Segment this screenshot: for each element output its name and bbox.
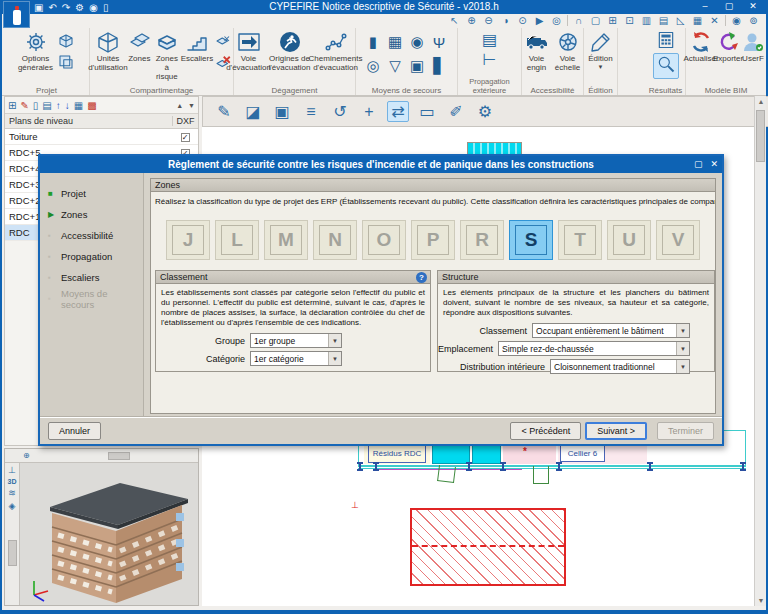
cancel-button[interactable]: Annuler <box>48 422 101 440</box>
grid-icon[interactable]: ▦ <box>74 100 83 111</box>
tile-P[interactable]: P <box>411 220 455 260</box>
zoom-extents-icon[interactable]: ⊙ <box>516 15 529 26</box>
close-button[interactable]: ✕ <box>742 0 764 13</box>
layers-icon[interactable]: ▦ <box>691 15 704 26</box>
close-view-icon[interactable]: ✕ <box>708 15 721 26</box>
origines-evacuation-button[interactable]: Origines de l'évacuation <box>269 30 311 73</box>
move-icon[interactable]: + <box>358 103 380 121</box>
step-propagation[interactable]: ▪Propagation <box>40 246 143 267</box>
web-icon[interactable]: ◉ <box>730 15 743 26</box>
select-icon[interactable]: ↖ <box>448 15 461 26</box>
tile-R[interactable]: R <box>460 220 504 260</box>
unites-utilisation-button[interactable]: Unités d'utilisation <box>90 30 126 81</box>
view-results-button[interactable] <box>653 53 679 79</box>
scroll-up-icon[interactable]: ▲ <box>755 98 767 105</box>
dxf-checkbox[interactable]: ✓ <box>181 133 190 142</box>
print-icon[interactable]: ▤ <box>42 100 51 111</box>
previous-button[interactable]: < Précédent <box>510 422 581 440</box>
invert-icon[interactable]: ⇄ <box>387 101 409 122</box>
viewer3d-hscroll-thumb[interactable] <box>108 452 130 460</box>
categorie-select[interactable]: 1er catégorie▼ <box>250 351 342 366</box>
help-icon[interactable]: ? <box>416 272 427 283</box>
add-icon[interactable]: ⊞ <box>8 100 16 111</box>
redraw-icon[interactable]: ◎ <box>550 15 563 26</box>
dxf-icon[interactable]: ▩ <box>87 100 96 111</box>
snap-icon[interactable]: ∩ <box>572 15 585 26</box>
voie-engin-button[interactable]: Voie engin <box>523 30 551 73</box>
exporter-button[interactable]: Exporter <box>715 30 741 64</box>
minimize-button[interactable]: – <box>694 0 716 13</box>
setsquare-icon[interactable]: ◺ <box>674 15 687 26</box>
project-box-icon[interactable] <box>56 32 76 50</box>
zones-a-risque-button[interactable]: Zones à risque <box>153 30 181 81</box>
step-accessibilite[interactable]: ▪Accessibilité <box>40 225 143 246</box>
actualiser-button[interactable]: Actualiser <box>687 30 715 64</box>
tile-V[interactable]: V <box>656 220 700 260</box>
measure-icon[interactable]: ▭ <box>416 102 438 121</box>
expand-icon[interactable]: ▼ <box>188 102 195 109</box>
pan-icon[interactable]: ▶ <box>533 15 546 26</box>
tile-O[interactable]: O <box>362 220 406 260</box>
voie-echelle-button[interactable]: Voie échelle <box>553 30 583 73</box>
view3d-icon[interactable]: 3D <box>8 478 17 485</box>
groupe-select[interactable]: 1er groupe▼ <box>250 333 342 348</box>
wall-section-icon[interactable]: ⊢ <box>483 52 497 68</box>
scroll-down-icon[interactable]: ▼ <box>755 597 767 604</box>
background-icon[interactable]: ▥ <box>640 15 653 26</box>
move-up-icon[interactable]: ↑ <box>56 100 61 111</box>
tile-S-selected[interactable]: S <box>509 220 553 260</box>
control-panel-icon[interactable]: ▣ <box>410 57 424 75</box>
zoom-3d-icon[interactable]: ⊕ <box>23 451 30 460</box>
copy-icon[interactable]: ▣ <box>271 102 293 121</box>
alarm-panel-icon[interactable]: ▦ <box>388 33 402 51</box>
sprinkler-icon[interactable]: ▽ <box>389 57 401 75</box>
layers-tool-icon[interactable]: ≡ <box>300 103 322 121</box>
level-row-toiture[interactable]: Toiture✓ <box>5 129 198 145</box>
zoom-out-icon[interactable]: ⊖ <box>482 15 495 26</box>
zones-button[interactable]: Zones <box>126 30 153 81</box>
edition-button[interactable]: Édition ▼ <box>586 30 616 70</box>
facade-icon[interactable]: ▤ <box>482 32 497 48</box>
grid-icon[interactable]: ⊞ <box>606 15 619 26</box>
snap-point-icon[interactable]: ⊡ <box>623 15 636 26</box>
userf-button[interactable]: UserF <box>741 30 765 64</box>
tile-T[interactable]: T <box>558 220 602 260</box>
emplacement-select[interactable]: Simple rez-de-chaussée▼ <box>498 341 690 356</box>
tile-N[interactable]: N <box>313 220 357 260</box>
maximize-button[interactable]: ▢ <box>718 0 740 13</box>
structure-classement-select[interactable]: Occupant entièrement le bâtiment▼ <box>532 323 690 338</box>
project-copy-icon[interactable] <box>56 53 76 71</box>
canvas-vertical-scrollbar[interactable]: ▲ ▼ <box>754 96 766 606</box>
next-button[interactable]: Suivant > <box>585 422 647 440</box>
escaliers-button[interactable]: Escaliers <box>181 30 213 81</box>
options-generales-button[interactable]: Options générales <box>18 30 54 73</box>
tile-L[interactable]: L <box>215 220 259 260</box>
ortho-icon[interactable]: ▢ <box>589 15 602 26</box>
axes-icon[interactable]: ⊥ <box>8 465 16 475</box>
scrollbar-thumb[interactable] <box>756 110 765 162</box>
calculator-icon[interactable] <box>655 30 677 50</box>
dialog-maximize-button[interactable]: ▢ <box>694 156 703 173</box>
copy-icon[interactable]: ▯ <box>33 100 39 111</box>
step-escaliers[interactable]: ▪Escaliers <box>40 267 143 288</box>
step-zones[interactable]: ▶Zones <box>40 204 143 225</box>
zoom-in-icon[interactable]: ⊕ <box>465 15 478 26</box>
shield-icon[interactable]: ◈ <box>9 501 16 511</box>
chevron-down-icon[interactable]: ▼ <box>598 64 604 71</box>
move-down-icon[interactable]: ↓ <box>65 100 70 111</box>
edit-icon[interactable]: ✎ <box>213 102 235 121</box>
zoom-window-icon[interactable]: ◑ <box>499 15 512 26</box>
erase-icon[interactable]: ◪ <box>242 102 264 121</box>
rotate-icon[interactable]: ↺ <box>329 102 351 121</box>
viewer3d-viewport[interactable] <box>20 463 198 605</box>
settings-icon[interactable]: ⚙ <box>474 102 496 121</box>
screens-icon[interactable]: ▤ <box>657 15 670 26</box>
paint-icon[interactable]: ✐ <box>445 102 467 121</box>
viewer3d-vscroll-thumb[interactable] <box>8 540 17 566</box>
layers-icon[interactable]: ≋ <box>8 488 16 498</box>
help-icon[interactable]: ⊚ <box>747 15 760 26</box>
hydrant-icon[interactable]: ▋ <box>433 57 445 75</box>
hose-reel-icon[interactable]: ◎ <box>366 57 379 75</box>
tile-U[interactable]: U <box>607 220 651 260</box>
dialog-close-button[interactable]: ✕ <box>710 156 718 173</box>
